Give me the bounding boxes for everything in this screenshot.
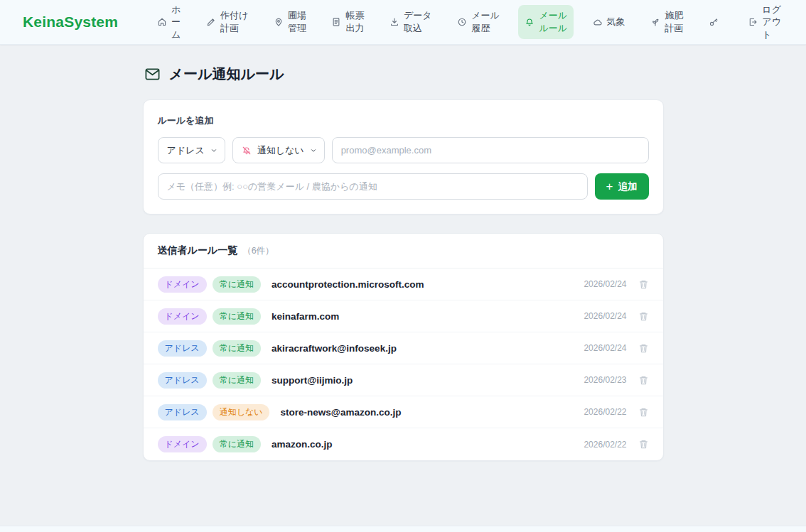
nav-item-report-output[interactable]: 帳票 出力 [325, 5, 370, 38]
rule-type-select[interactable]: アドレス [158, 137, 225, 163]
map-pin-icon [274, 17, 284, 27]
rule-type-badge: ドメイン [158, 308, 207, 325]
rules-list-title: 送信者ルール一覧 [158, 244, 238, 257]
rule-date: 2026/02/23 [584, 375, 626, 385]
rule-type-badge: ドメイン [158, 276, 207, 293]
nav-item-label: ホ ー ム [171, 4, 181, 41]
nav-item-weather[interactable]: 気象 [586, 11, 632, 33]
rule-action-badge: 常に通知 [213, 372, 261, 389]
nav-item-label: 圃場 管理 [288, 9, 306, 34]
nav-item-label: 気象 [607, 16, 625, 28]
nav-item-key[interactable] [702, 13, 729, 31]
nav-item-fertilization-plan[interactable]: 施肥 計画 [644, 5, 689, 38]
plant-icon [650, 17, 660, 27]
rule-name: keinafarm.com [272, 311, 339, 322]
add-rule-memo-row: + 追加 [158, 173, 649, 200]
history-icon [457, 17, 467, 27]
chevron-down-icon [210, 147, 217, 154]
rule-action-badge: 常に通知 [213, 436, 261, 452]
rule-date: 2026/02/22 [584, 407, 626, 417]
rule-action-badge: 常に通知 [213, 340, 261, 357]
bell-icon [525, 17, 534, 27]
email-address-input[interactable] [332, 137, 649, 163]
rule-date: 2026/02/24 [584, 279, 626, 289]
mail-icon [144, 66, 161, 82]
rule-row: ドメイン 常に通知 accountprotection.microsoft.co… [144, 268, 663, 300]
rule-name: amazon.co.jp [272, 439, 333, 450]
memo-input[interactable] [158, 173, 588, 200]
delete-rule-button[interactable] [638, 407, 649, 418]
bell-slash-icon [242, 146, 252, 156]
nav-item-mail-rules[interactable]: メール ルール [518, 5, 574, 38]
delete-rule-button[interactable] [638, 375, 649, 386]
nav-item-label: 帳票 出力 [345, 9, 364, 34]
rule-date: 2026/02/24 [584, 343, 626, 353]
rule-row: アドレス 通知しない store-news@amazon.co.jp 2026/… [144, 396, 663, 428]
cloud-icon [593, 17, 603, 27]
brand-logo: KeinaSystem [23, 13, 118, 31]
nav-item-planting-plan[interactable]: 作付け 計画 [200, 5, 254, 38]
nav-item-label: メール ルール [539, 9, 567, 34]
key-icon [709, 17, 719, 27]
nav-item-label: データ 取込 [404, 9, 432, 34]
page-title: メール通知ルール [169, 65, 284, 84]
nav-item-data-import[interactable]: データ 取込 [383, 5, 439, 38]
rule-date: 2026/02/24 [584, 311, 626, 321]
rule-type-badge: ドメイン [158, 436, 207, 452]
main-content: メール通知ルール ルールを追加 アドレス 通知しない [0, 45, 806, 461]
delete-rule-button[interactable] [638, 439, 649, 450]
rules-count-badge: （6件） [242, 245, 274, 257]
pencil-icon [206, 17, 216, 27]
rule-type-badge: アドレス [158, 404, 207, 420]
rule-name: store-news@amazon.co.jp [280, 407, 401, 418]
rule-type-value: アドレス [167, 144, 205, 157]
chevron-down-icon [310, 147, 317, 154]
sender-rules-card: 送信者ルール一覧 （6件） ドメイン 常に通知 accountprotectio… [143, 233, 664, 461]
rule-action-badge: 常に通知 [213, 276, 261, 293]
rule-row: ドメイン 常に通知 keinafarm.com 2026/02/24 [144, 300, 663, 332]
home-icon [157, 17, 167, 27]
rule-type-badge: アドレス [158, 372, 207, 389]
nav-item-label: 施肥 計画 [665, 9, 683, 34]
delete-rule-button[interactable] [638, 343, 649, 354]
nav-item-home[interactable]: ホ ー ム [151, 0, 187, 45]
page-title-row: メール通知ルール [143, 65, 664, 84]
add-rule-button[interactable]: + 追加 [595, 173, 649, 200]
top-bar: KeinaSystem ホ ー ム 作付け 計画 圃場 管理 帳票 出力 データ… [0, 0, 806, 45]
rule-date: 2026/02/22 [584, 440, 626, 450]
add-rule-title: ルールを追加 [158, 114, 649, 127]
rule-row: ドメイン 常に通知 amazon.co.jp 2026/02/22 [144, 428, 663, 460]
nav-item-label: 作付け 計画 [220, 9, 248, 34]
main-nav: ホ ー ム 作付け 計画 圃場 管理 帳票 出力 データ 取込 メール 履歴 メ… [151, 0, 788, 45]
delete-rule-button[interactable] [638, 311, 649, 322]
nav-item-logout[interactable]: ログ アウ ト [741, 0, 788, 45]
rule-action-value: 通知しない [257, 144, 304, 157]
plus-icon: + [606, 180, 613, 192]
bottom-bar [0, 526, 806, 532]
rules-list-header: 送信者ルール一覧 （6件） [144, 234, 663, 268]
rule-row: アドレス 常に通知 akiracraftwork@infoseek.jp 202… [144, 332, 663, 364]
rule-name: support@iijmio.jp [272, 375, 353, 386]
rule-row: アドレス 常に通知 support@iijmio.jp 2026/02/23 [144, 364, 663, 396]
nav-item-label: メール 履歴 [471, 9, 500, 34]
add-rule-button-label: 追加 [618, 180, 638, 193]
document-icon [331, 17, 341, 27]
rule-action-badge: 常に通知 [213, 308, 261, 325]
add-rule-controls: アドレス 通知しない [158, 137, 649, 163]
download-icon [389, 17, 399, 27]
add-rule-card: ルールを追加 アドレス 通知しない + [143, 99, 664, 215]
nav-item-label: ログ アウ ト [762, 4, 781, 41]
rule-action-select[interactable]: 通知しない [232, 137, 325, 163]
rule-name: accountprotection.microsoft.com [272, 279, 424, 290]
nav-item-field-management[interactable]: 圃場 管理 [267, 5, 313, 38]
delete-rule-button[interactable] [638, 279, 649, 290]
nav-item-mail-history[interactable]: メール 履歴 [451, 5, 506, 38]
rule-name: akiracraftwork@infoseek.jp [272, 343, 397, 354]
rule-action-badge: 通知しない [213, 404, 270, 420]
rule-type-badge: アドレス [158, 340, 207, 357]
logout-icon [748, 17, 758, 27]
